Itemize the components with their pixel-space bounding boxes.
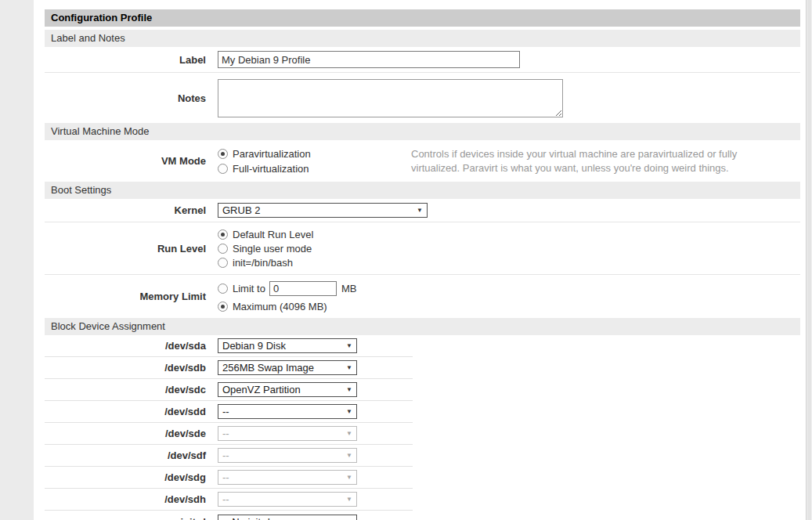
- device-label: /dev/sdb: [45, 362, 211, 374]
- radio-label: Single user mode: [233, 243, 312, 255]
- radio-label: Full-virtualization: [233, 163, 309, 175]
- device-label: /dev/sda: [45, 340, 211, 352]
- section-header-block-devices: Block Device Assignment: [45, 318, 800, 335]
- dropdown-arrow-icon: ▼: [346, 496, 352, 503]
- device-label: /dev/sdc: [45, 384, 211, 395]
- device-label: /dev/sdg: [45, 471, 211, 483]
- memory-unit-label: MB: [341, 283, 357, 294]
- device-select-sdb[interactable]: 256MB Swap Image ▼: [218, 360, 357, 375]
- radio-label: init=/bin/bash: [233, 257, 293, 269]
- kernel-select-value: GRUB 2: [222, 204, 260, 216]
- vm-mode-help-text: Controls if devices inside your virtual …: [411, 146, 771, 175]
- radio-button-icon[interactable]: [218, 229, 228, 240]
- radio-button-icon[interactable]: [218, 149, 228, 159]
- device-label: /dev/sde: [45, 428, 211, 439]
- device-select-value: Debian 9 Disk: [222, 340, 286, 352]
- device-select-value: --: [222, 450, 229, 461]
- radio-label: Default Run Level: [233, 229, 313, 240]
- device-label: /dev/sdh: [45, 493, 211, 505]
- radio-label: Maximum (4096 MB): [233, 301, 327, 312]
- config-profile-form: Configuration Profile Label and Notes La…: [45, 9, 800, 520]
- dropdown-arrow-icon: ▼: [346, 430, 352, 437]
- dropdown-arrow-icon: ▼: [346, 452, 352, 459]
- scrollbar-thumb[interactable]: [807, 0, 811, 520]
- notes-textarea[interactable]: [218, 79, 563, 117]
- kernel-label: Kernel: [45, 204, 211, 216]
- radio-limit-to[interactable]: Limit to: [218, 282, 265, 296]
- label-input[interactable]: [218, 51, 520, 68]
- device-select-initrd[interactable]: -- No initrd -- ▼: [218, 515, 357, 520]
- kernel-row: Kernel GRUB 2 ▼: [45, 199, 800, 222]
- block-device-row-sdd: /dev/sdd -- ▼: [45, 401, 413, 423]
- block-device-rows: /dev/sda Debian 9 Disk ▼ /dev/sdb 256MB …: [45, 335, 413, 520]
- configuration-profile-page: Configuration Profile Label and Notes La…: [0, 0, 812, 520]
- section-header-label-and-notes: Label and Notes: [45, 30, 800, 47]
- radio-full-virtualization[interactable]: Full-virtualization: [218, 161, 411, 176]
- radio-init-bin-bash[interactable]: init=/bin/bash: [218, 255, 800, 269]
- block-device-row-sdc: /dev/sdc OpenVZ Partition ▼: [45, 379, 413, 401]
- vm-mode-row: VM Mode Paravirtualization Full-virtuali…: [45, 140, 800, 182]
- dropdown-arrow-icon: ▼: [346, 342, 352, 349]
- device-select-sda[interactable]: Debian 9 Disk ▼: [218, 338, 357, 353]
- memory-limit-input[interactable]: [269, 281, 337, 296]
- device-label: initrd: [45, 516, 211, 520]
- block-device-row-initrd: initrd -- No initrd -- ▼: [45, 511, 413, 520]
- dropdown-arrow-icon: ▼: [346, 408, 352, 415]
- radio-button-icon[interactable]: [218, 258, 228, 268]
- label-field-label: Label: [45, 54, 211, 66]
- block-device-row-sdf: /dev/sdf -- ▼: [45, 445, 413, 467]
- section-header-boot-settings: Boot Settings: [45, 182, 800, 199]
- device-select-sdf: -- ▼: [218, 448, 357, 463]
- device-select-value: --: [222, 428, 229, 439]
- radio-label: Paravirtualization: [233, 148, 311, 160]
- block-device-row-sdg: /dev/sdg -- ▼: [45, 467, 413, 489]
- section-header-vm-mode: Virtual Machine Mode: [45, 123, 800, 140]
- radio-button-icon[interactable]: [218, 164, 228, 174]
- block-device-row-sdh: /dev/sdh -- ▼: [45, 489, 413, 511]
- radio-paravirtualization[interactable]: Paravirtualization: [218, 146, 411, 161]
- kernel-select[interactable]: GRUB 2 ▼: [218, 203, 428, 218]
- left-gutter: [0, 0, 34, 520]
- memory-limit-label: Memory Limit: [45, 291, 211, 302]
- run-level-row: Run Level Default Run Level Single user …: [45, 222, 800, 275]
- radio-single-user-mode[interactable]: Single user mode: [218, 241, 800, 255]
- device-select-value: --: [222, 471, 229, 483]
- radio-button-icon[interactable]: [218, 302, 228, 312]
- dropdown-arrow-icon: ▼: [346, 364, 352, 371]
- device-select-sdg: -- ▼: [218, 470, 357, 485]
- radio-default-run-level[interactable]: Default Run Level: [218, 227, 800, 241]
- memory-limit-row: Memory Limit Limit to MB Maximum (4096 M…: [45, 275, 800, 318]
- dropdown-arrow-icon: ▼: [346, 474, 352, 481]
- radio-button-icon[interactable]: [218, 283, 228, 294]
- run-level-label: Run Level: [45, 243, 211, 255]
- device-select-value: OpenVZ Partition: [222, 384, 301, 395]
- device-select-sde: -- ▼: [218, 426, 357, 441]
- device-select-sdc[interactable]: OpenVZ Partition ▼: [218, 382, 357, 397]
- radio-label: Limit to: [233, 283, 265, 294]
- vm-mode-label: VM Mode: [45, 155, 211, 167]
- device-label: /dev/sdf: [45, 450, 211, 461]
- vertical-scrollbar[interactable]: [806, 0, 812, 520]
- dropdown-arrow-icon: ▼: [417, 207, 423, 214]
- device-select-sdd[interactable]: -- ▼: [218, 404, 357, 419]
- label-row: Label: [45, 47, 800, 73]
- page-title: Configuration Profile: [45, 9, 800, 27]
- block-device-row-sdb: /dev/sdb 256MB Swap Image ▼: [45, 357, 413, 379]
- device-select-value: --: [222, 493, 229, 505]
- radio-button-icon[interactable]: [218, 244, 228, 254]
- device-select-value: 256MB Swap Image: [222, 362, 314, 374]
- block-device-row-sda: /dev/sda Debian 9 Disk ▼: [45, 335, 413, 357]
- device-select-value: --: [222, 406, 229, 417]
- radio-maximum-memory[interactable]: Maximum (4096 MB): [218, 300, 327, 314]
- device-select-sdh: -- ▼: [218, 492, 357, 507]
- device-select-value: -- No initrd --: [222, 516, 280, 520]
- notes-row: Notes: [45, 73, 800, 123]
- dropdown-arrow-icon: ▼: [346, 386, 352, 393]
- block-device-row-sde: /dev/sde -- ▼: [45, 423, 413, 445]
- device-label: /dev/sdd: [45, 406, 211, 417]
- notes-field-label: Notes: [45, 92, 211, 104]
